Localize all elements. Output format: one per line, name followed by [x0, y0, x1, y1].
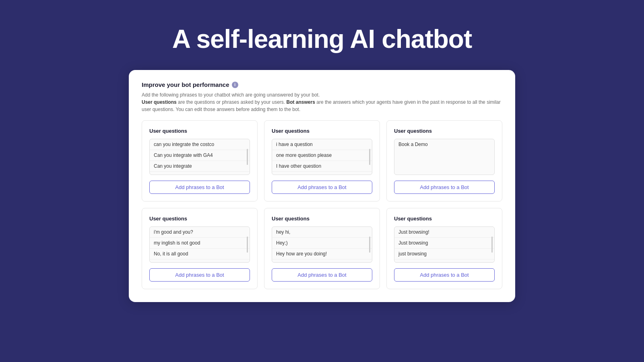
main-panel: Improve your bot performance i Add the f… [129, 70, 515, 302]
desc-bot-answers-label: Bot answers [287, 99, 315, 105]
panel-title-text: Improve your bot performance [142, 81, 229, 88]
card-4-phrase-3: No, it is all good [150, 249, 250, 259]
scroll-indicator [369, 149, 370, 165]
card-1-phrase-2: Can you integrate with GA4 [150, 150, 250, 161]
card-5: User questionshey hi,Hey;)Hey how are yo… [264, 208, 380, 289]
card-6-phrase-3: just browsing [394, 249, 494, 259]
card-3-add-button[interactable]: Add phrases to a Bot [394, 181, 495, 194]
card-5-phrase-3: Hey how are you doing! [272, 249, 372, 259]
desc-user-questions-label: User questions [142, 99, 177, 105]
card-2-phrase-1: i have a question [272, 139, 372, 150]
card-1-phrases-list[interactable]: can you integrate the costcoCan you inte… [149, 139, 250, 175]
card-3-phrases-list[interactable]: Book a Demo [394, 139, 495, 175]
card-4-add-button[interactable]: Add phrases to a Bot [149, 268, 250, 282]
scroll-indicator [247, 237, 248, 253]
card-1-label: User questions [149, 128, 250, 134]
panel-title: Improve your bot performance i [142, 81, 502, 88]
card-6-phrases-list[interactable]: Just browsing!Just browsingjust browsing [394, 226, 495, 263]
cards-grid: User questionscan you integrate the cost… [142, 120, 502, 289]
card-6-phrase-2: Just browsing [394, 238, 494, 249]
card-1: User questionscan you integrate the cost… [142, 120, 258, 202]
card-5-label: User questions [272, 216, 372, 222]
scroll-indicator [369, 237, 370, 253]
panel-header: Improve your bot performance i Add the f… [142, 81, 502, 113]
card-1-phrase-1: can you integrate the costco [150, 139, 250, 150]
card-4: User questionsi'm good and you?my inglis… [142, 208, 258, 289]
card-4-phrase-1: i'm good and you? [150, 227, 250, 238]
card-3: User questionsBook a DemoAdd phrases to … [386, 120, 502, 202]
card-6-add-button[interactable]: Add phrases to a Bot [394, 268, 495, 282]
card-5-phrase-2: Hey;) [272, 238, 372, 249]
card-3-label: User questions [394, 128, 495, 134]
card-3-phrase-1: Book a Demo [394, 139, 494, 150]
card-2-add-button[interactable]: Add phrases to a Bot [272, 181, 372, 194]
card-5-phrase-1: hey hi, [272, 227, 372, 238]
desc-mid: are the questions or phrases asked by yo… [177, 99, 287, 105]
card-2: User questionsi have a questionone more … [264, 120, 380, 202]
card-2-phrase-2: one more question please [272, 150, 372, 161]
card-4-phrase-2: my inglish is not good [150, 238, 250, 249]
scroll-indicator [491, 237, 493, 253]
card-5-add-button[interactable]: Add phrases to a Bot [272, 268, 372, 282]
page-title: A self-learning AI chatbot [172, 24, 472, 54]
card-5-phrases-list[interactable]: hey hi,Hey;)Hey how are you doing! [272, 226, 372, 263]
desc-line1: Add the following phrases to your chatbo… [142, 92, 320, 98]
scroll-indicator [247, 149, 248, 165]
card-4-label: User questions [149, 216, 250, 222]
panel-description: Add the following phrases to your chatbo… [142, 91, 502, 113]
card-2-label: User questions [272, 128, 372, 134]
card-6: User questionsJust browsing!Just browsin… [386, 208, 502, 289]
card-1-phrase-3: Can you integrate [150, 161, 250, 172]
card-2-phrases-list[interactable]: i have a questionone more question pleas… [272, 139, 372, 175]
card-2-phrase-3: I have other question [272, 161, 372, 172]
info-icon[interactable]: i [232, 82, 238, 88]
card-1-add-button[interactable]: Add phrases to a Bot [149, 181, 250, 194]
card-6-phrase-1: Just browsing! [394, 227, 494, 238]
card-4-phrases-list[interactable]: i'm good and you?my inglish is not goodN… [149, 226, 250, 263]
card-6-label: User questions [394, 216, 495, 222]
